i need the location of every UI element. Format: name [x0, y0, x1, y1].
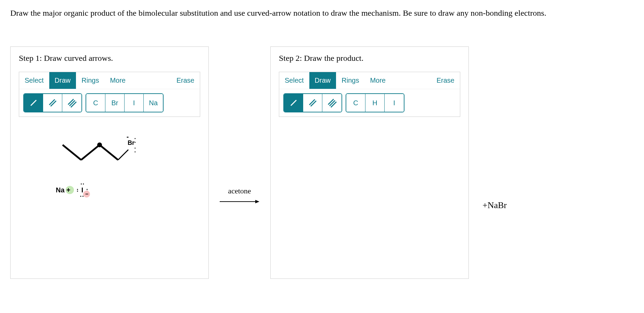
svg-line-4	[69, 100, 75, 106]
tab-select[interactable]: Select	[279, 72, 309, 89]
toolbar-tools-step1: C Br I Na	[19, 89, 200, 117]
svg-line-18	[331, 102, 336, 107]
svg-line-16	[328, 99, 334, 105]
br-lone-pair: ••	[127, 135, 128, 139]
element-na-button[interactable]: Na	[144, 94, 163, 112]
tab-rings[interactable]: Rings	[336, 72, 364, 89]
svg-line-6	[63, 145, 81, 160]
toolbar-tools-step2: C H I	[279, 89, 460, 117]
svg-point-9	[97, 142, 102, 147]
svg-line-5	[71, 102, 76, 107]
substrate-molecule: Br •• •• ••	[60, 141, 135, 173]
svg-line-13	[291, 100, 296, 106]
svg-line-7	[81, 145, 100, 160]
br-lone-pair: ••	[134, 137, 136, 144]
tab-select[interactable]: Select	[19, 72, 49, 89]
single-bond-button[interactable]	[284, 94, 303, 112]
triple-bond-button[interactable]	[62, 94, 81, 112]
svg-line-0	[31, 100, 36, 106]
lone-pair-icon: • •	[81, 182, 84, 186]
bond-skeleton	[60, 141, 135, 172]
element-c-button[interactable]: C	[346, 94, 365, 112]
sodium-cation-label: Na +	[56, 186, 70, 194]
svg-line-2	[51, 101, 56, 106]
tab-draw[interactable]: Draw	[309, 72, 336, 89]
svg-line-17	[330, 100, 335, 106]
drawing-canvas-step1[interactable]: Br •• •• •• Na + • • • • •• •• I −	[19, 120, 200, 264]
panel-step2: Step 2: Draw the product. Select Draw Ri…	[270, 46, 469, 279]
reaction-conditions: acetone	[216, 187, 263, 207]
tab-erase[interactable]: Erase	[431, 72, 460, 89]
svg-line-15	[311, 101, 316, 106]
tab-erase[interactable]: Erase	[171, 72, 200, 89]
workspace: Step 1: Draw curved arrows. Select Draw …	[10, 46, 634, 279]
double-bond-button[interactable]	[43, 94, 62, 112]
bond-group-step1	[23, 93, 82, 112]
bond-group-step2	[283, 93, 342, 112]
svg-line-8	[100, 145, 118, 160]
toolbar-step1: Select Draw Rings More Erase	[19, 72, 200, 117]
element-br-button[interactable]: Br	[105, 94, 125, 112]
single-bond-button[interactable]	[24, 94, 43, 112]
iodide-anion: • • • • •• •• I −	[77, 183, 88, 197]
svg-line-10	[118, 150, 128, 160]
tab-rings[interactable]: Rings	[76, 72, 104, 89]
toolbar-tabs-step1: Select Draw Rings More Erase	[19, 72, 200, 89]
tab-more[interactable]: More	[104, 72, 131, 89]
step1-title: Step 1: Draw curved arrows.	[19, 54, 200, 63]
drawing-canvas-step2[interactable]	[279, 120, 460, 264]
svg-line-1	[49, 99, 55, 105]
br-lone-pair: ••	[134, 146, 136, 154]
tab-more[interactable]: More	[364, 72, 391, 89]
element-c-button[interactable]: C	[86, 94, 105, 112]
toolbar-step2: Select Draw Rings More Erase	[279, 72, 460, 117]
svg-marker-12	[255, 200, 259, 203]
svg-line-14	[309, 99, 315, 105]
element-group-step1: C Br I Na	[86, 93, 164, 112]
iodide-atom-label: I	[81, 186, 83, 194]
svg-line-3	[68, 99, 74, 105]
step2-title: Step 2: Draw the product.	[279, 54, 460, 63]
element-group-step2: C H I	[346, 93, 404, 112]
reaction-arrow-icon	[219, 198, 260, 207]
byproduct-label: +NaBr	[482, 200, 507, 210]
sodium-iodide: Na + • • • • •• •• I −	[56, 183, 88, 197]
question-text: Draw the major organic product of the bi…	[10, 7, 634, 19]
double-bond-button[interactable]	[303, 94, 322, 112]
bromine-atom-label: Br	[128, 139, 134, 147]
lone-pair-icon: ••	[77, 189, 78, 192]
triple-bond-button[interactable]	[322, 94, 342, 112]
panel-step1: Step 1: Draw curved arrows. Select Draw …	[10, 46, 209, 279]
tab-draw[interactable]: Draw	[49, 72, 76, 89]
anion-charge-highlight: −	[83, 191, 90, 198]
element-i-button[interactable]: I	[125, 94, 144, 112]
toolbar-tabs-step2: Select Draw Rings More Erase	[279, 72, 460, 89]
element-h-button[interactable]: H	[365, 94, 385, 112]
solvent-label: acetone	[219, 187, 260, 195]
element-i-button[interactable]: I	[385, 94, 404, 112]
